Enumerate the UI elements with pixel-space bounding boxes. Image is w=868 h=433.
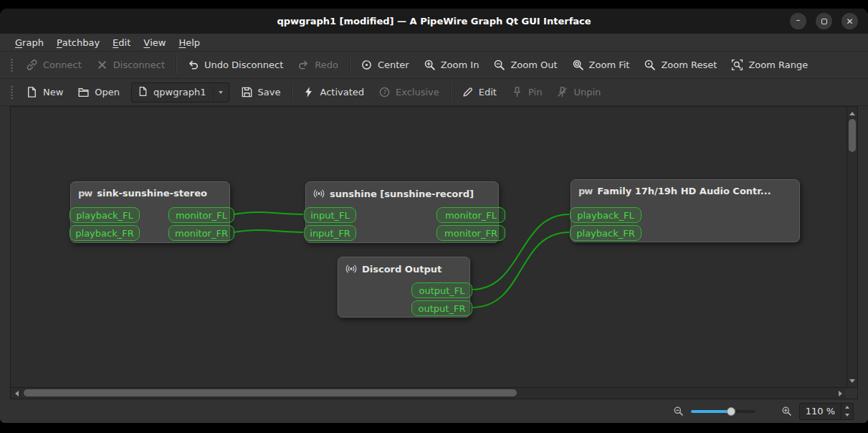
node-header: pw sink-sunshine-stereo: [71, 182, 229, 199]
close-button[interactable]: ✕: [841, 13, 858, 29]
node-discord-output[interactable]: Discord Output output_FL output_FR: [338, 257, 470, 318]
port-playback-fr[interactable]: playback_FR: [70, 225, 140, 241]
app-window: qpwgraph1 [modified] — A PipeWire Graph …: [0, 9, 868, 423]
port-playback-fl[interactable]: playback_FL: [570, 207, 642, 223]
menubar: Graph Patchbay Edit View Help: [0, 34, 868, 52]
patchbay-file-combo[interactable]: qpwgraph1: [131, 82, 229, 103]
scroll-right-button[interactable]: [834, 388, 846, 399]
port-input-fl[interactable]: input_FL: [304, 207, 356, 223]
port-monitor-fl[interactable]: monitor_FL: [168, 207, 234, 223]
open-label: Open: [95, 87, 120, 97]
port-monitor-fr[interactable]: monitor_FR: [437, 225, 505, 241]
open-button[interactable]: Open: [70, 82, 127, 103]
save-button[interactable]: Save: [234, 82, 288, 103]
port-output-fl[interactable]: output_FL: [411, 282, 472, 298]
graph-canvas[interactable]: pw sink-sunshine-stereo playback_FL play…: [10, 106, 846, 388]
pin-button: Pin: [504, 82, 549, 103]
zoom-in-button[interactable]: Zoom In: [416, 54, 487, 76]
toolbar-grip[interactable]: [10, 85, 14, 100]
zoom-slider-fill: [691, 410, 731, 413]
redo-icon: [297, 59, 310, 71]
new-button[interactable]: New: [19, 82, 70, 103]
edit-button[interactable]: Edit: [454, 82, 504, 103]
activated-bolt-icon: [302, 86, 315, 98]
port-playback-fr[interactable]: playback_FR: [570, 225, 642, 241]
graph-toolbar: Connect Disconnect Undo Disconnect Redo …: [0, 52, 868, 79]
port-monitor-fl[interactable]: monitor_FL: [437, 207, 505, 223]
redo-button: Redo: [290, 54, 345, 76]
scroll-down-button[interactable]: [847, 376, 857, 386]
center-button[interactable]: Center: [353, 54, 416, 76]
pipewire-icon: pw: [78, 188, 92, 199]
zoom-out-label: Zoom Out: [510, 60, 557, 70]
zoom-slider[interactable]: [691, 406, 755, 417]
redo-label: Redo: [315, 60, 338, 70]
zoom-reset-button[interactable]: Zoom Reset: [636, 54, 724, 76]
port-monitor-fr[interactable]: monitor_FR: [168, 225, 234, 241]
menu-patchbay[interactable]: Patchbay: [50, 34, 106, 51]
window-title: qpwgraph1 [modified] — A PipeWire Graph …: [277, 16, 591, 27]
port-output-fr[interactable]: output_FR: [411, 300, 472, 316]
zoom-fit-button[interactable]: Zoom Fit: [565, 54, 637, 76]
node-sunshine-record[interactable]: sunshine [sunshine-record] input_FL inpu…: [305, 181, 499, 243]
zoom-in-small-icon[interactable]: [781, 406, 792, 417]
connect-icon: [26, 59, 38, 71]
menu-graph[interactable]: Graph: [9, 34, 50, 51]
node-sink-sunshine-stereo[interactable]: pw sink-sunshine-stereo playback_FL play…: [70, 181, 230, 243]
zoom-slider-handle[interactable]: [727, 407, 735, 416]
wire-monitor-fl-to-input-fl[interactable]: [234, 212, 303, 214]
save-icon: [241, 86, 253, 98]
maximize-button[interactable]: [816, 13, 832, 29]
zoom-fit-icon: [572, 59, 584, 71]
node-title: Discord Output: [362, 264, 442, 275]
vertical-scrollbar[interactable]: [846, 106, 858, 388]
titlebar[interactable]: qpwgraph1 [modified] — A PipeWire Graph …: [0, 9, 868, 34]
zoom-value[interactable]: 110 %: [800, 406, 841, 417]
toolbar-grip[interactable]: [10, 58, 14, 72]
port-input-fr[interactable]: input_FR: [304, 225, 356, 241]
center-icon: [361, 59, 373, 71]
node-header: Discord Output: [338, 257, 469, 275]
save-label: Save: [258, 87, 281, 97]
menu-help[interactable]: Help: [172, 34, 206, 51]
node-title: Family 17h/19h HD Audio Contr...: [597, 186, 771, 196]
close-icon: ✕: [846, 17, 853, 26]
maximize-icon: [821, 19, 827, 24]
disconnect-button: Disconnect: [89, 54, 172, 76]
horizontal-scroll-handle[interactable]: [24, 389, 517, 396]
toolbar-separator: [349, 57, 350, 74]
menu-view[interactable]: View: [137, 34, 172, 51]
horizontal-scroll-track[interactable]: [22, 388, 834, 399]
open-folder-icon: [77, 86, 90, 98]
node-family-hd-audio[interactable]: pw Family 17h/19h HD Audio Contr... play…: [571, 179, 800, 242]
zoom-decrement-button[interactable]: [841, 411, 853, 419]
new-label: New: [43, 87, 63, 97]
menu-edit[interactable]: Edit: [106, 34, 137, 51]
scroll-up-button[interactable]: [847, 108, 857, 118]
node-header: sunshine [sunshine-record]: [306, 182, 498, 199]
unpin-label: Unpin: [573, 87, 601, 97]
new-file-icon: [26, 86, 38, 98]
minimize-button[interactable]: –: [790, 13, 806, 29]
zoom-slider-track[interactable]: [691, 410, 755, 413]
vertical-scroll-handle[interactable]: [849, 119, 856, 152]
zoom-increment-button[interactable]: [841, 404, 853, 411]
zoom-range-button[interactable]: Zoom Range: [724, 54, 815, 76]
connection-wires: [11, 107, 846, 387]
exclusive-label: Exclusive: [396, 87, 439, 97]
minimize-icon: –: [796, 16, 801, 24]
undo-disconnect-button[interactable]: Undo Disconnect: [180, 54, 290, 76]
zoom-spinbox[interactable]: 110 %: [799, 403, 854, 420]
combo-dropdown-arrow[interactable]: [213, 86, 223, 99]
scroll-left-button[interactable]: [11, 388, 22, 399]
wire-monitor-fr-to-input-fr[interactable]: [234, 230, 303, 232]
horizontal-scrollbar[interactable]: [10, 388, 858, 399]
activated-button[interactable]: Activated: [295, 82, 371, 103]
toolbar-separator: [450, 84, 451, 101]
wire-output-fr-to-playback-fr[interactable]: [472, 232, 569, 308]
zoom-out-button[interactable]: Zoom Out: [486, 54, 564, 76]
zoom-out-small-icon[interactable]: [673, 406, 684, 417]
window-controls: – ✕: [790, 13, 858, 29]
port-playback-fl[interactable]: playback_FL: [70, 207, 140, 223]
zoom-in-label: Zoom In: [441, 60, 480, 70]
